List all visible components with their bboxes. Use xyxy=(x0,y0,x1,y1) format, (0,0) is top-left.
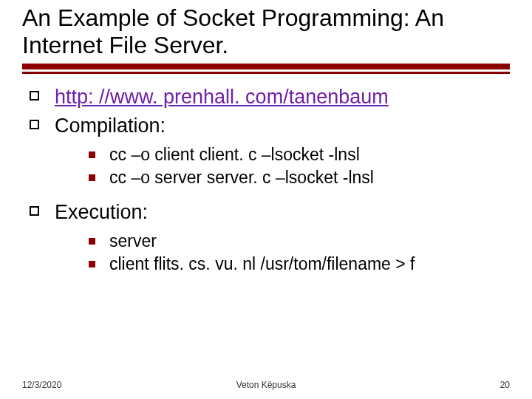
bullet-execution: Execution: server client flits. cs. vu. … xyxy=(25,200,510,276)
slide-title: An Example of Socket Programming: An Int… xyxy=(22,4,510,59)
list-item: client flits. cs. vu. nl /usr/tom/filena… xyxy=(84,253,510,276)
slide: An Example of Socket Programming: An Int… xyxy=(0,0,532,399)
compilation-label: Compilation: xyxy=(55,115,166,137)
list-item: cc –o client client. c –lsocket -lnsl xyxy=(84,143,510,166)
rule-thin xyxy=(22,72,510,74)
reference-link[interactable]: http: //www. prenhall. com/tanenbaum xyxy=(55,86,389,108)
rule-thick xyxy=(22,64,510,69)
body-list: http: //www. prenhall. com/tanenbaum Com… xyxy=(25,84,510,276)
footer-page: 20 xyxy=(500,380,510,390)
compilation-list: cc –o client client. c –lsocket -lnsl cc… xyxy=(55,143,510,189)
list-item: server xyxy=(84,230,510,253)
list-item: cc –o server server. c –lsocket -lnsl xyxy=(84,166,510,189)
execution-list: server client flits. cs. vu. nl /usr/tom… xyxy=(55,230,510,276)
bullet-compilation: Compilation: cc –o client client. c –lso… xyxy=(25,113,510,189)
footer: 12/3/2020 Veton Këpuska 20 xyxy=(0,380,532,390)
bullet-link: http: //www. prenhall. com/tanenbaum xyxy=(25,84,510,110)
footer-author: Veton Këpuska xyxy=(236,380,296,390)
execution-label: Execution: xyxy=(55,201,148,223)
footer-date: 12/3/2020 xyxy=(22,380,61,390)
title-underline xyxy=(22,64,510,74)
